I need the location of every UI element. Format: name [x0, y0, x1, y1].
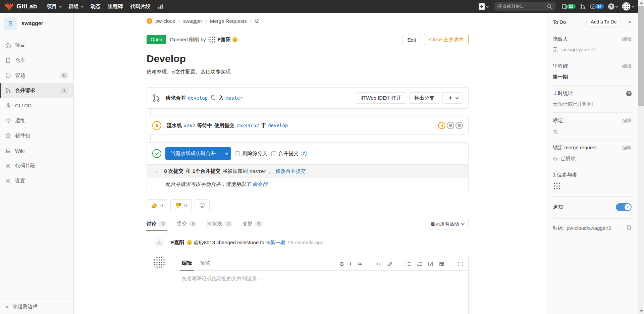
pipeline-branch-link[interactable]: develop — [268, 123, 288, 128]
nav-groups[interactable]: 群组 — [65, 0, 87, 13]
breadcrumb-section[interactable]: Merge Requests — [210, 18, 247, 24]
assignee-value[interactable]: 无 - assign yourself — [553, 47, 632, 53]
participant-avatar[interactable] — [553, 182, 561, 190]
download-dropdown-button[interactable] — [442, 92, 463, 104]
stage-paused-icon[interactable] — [438, 122, 445, 129]
sidebar-item-settings[interactable]: 设置 — [0, 173, 73, 189]
merge-request-icon — [5, 88, 11, 93]
chevron-down-icon — [455, 96, 459, 99]
sidebar-item-wiki[interactable]: Wiki — [0, 143, 73, 158]
stage-created-icon[interactable] — [447, 122, 454, 129]
link-icon[interactable] — [387, 261, 392, 267]
assignee-edit-button[interactable]: 编辑 — [622, 36, 632, 42]
squash-help-icon[interactable]: ? — [301, 151, 307, 156]
charts-icon[interactable] — [154, 0, 167, 13]
lock-edit-button[interactable]: 编辑 — [622, 145, 632, 151]
tab-preview[interactable]: 预览 — [199, 260, 211, 270]
milestone-edit-button[interactable]: 编辑 — [622, 63, 632, 69]
add-todo-button[interactable]: Add a To Do — [586, 17, 621, 27]
copy-reference-icon[interactable] — [626, 224, 632, 231]
comment-textarea[interactable] — [176, 271, 468, 314]
tab-write[interactable]: 编辑 — [181, 260, 193, 270]
sidebar-item-packages[interactable]: 软件包 — [0, 128, 73, 143]
squash-commits-checkbox[interactable] — [271, 151, 276, 156]
code-icon[interactable] — [376, 261, 381, 267]
bullet-list-icon[interactable] — [406, 261, 411, 267]
nav-activity[interactable]: 动态 — [87, 0, 104, 13]
sidebar-item-issues[interactable]: 议题 0 — [0, 68, 73, 83]
sidebar-item-repository[interactable]: 仓库 — [0, 53, 73, 68]
pipeline-number-link[interactable]: #262 — [184, 123, 195, 128]
nav-milestones[interactable]: 里程碑 — [104, 0, 126, 13]
web-ide-button[interactable]: 在Web IDE中打开 — [356, 92, 406, 104]
edit-button[interactable]: Edit — [402, 34, 421, 45]
scrollbar-thumb[interactable] — [638, 6, 644, 106]
user-menu[interactable] — [622, 2, 634, 11]
notifications-toggle[interactable]: ✓ — [616, 203, 632, 211]
merge-options-caret[interactable] — [221, 147, 231, 160]
sidebar-item-merge-requests[interactable]: 合并请求 1 — [0, 83, 73, 98]
todos-button[interactable]: 14 — [590, 4, 604, 9]
tab-discussion[interactable]: 讨论0 — [147, 217, 167, 231]
scroll-down-icon[interactable] — [640, 310, 643, 312]
modify-merge-commit-link[interactable]: 修改合并提交 — [276, 168, 306, 174]
author-avatar[interactable] — [208, 36, 216, 44]
bold-icon[interactable]: B — [340, 261, 344, 267]
gitlab-logo[interactable]: GitLab — [5, 2, 37, 11]
todos-count-badge: 14 — [595, 4, 604, 9]
pipeline-paused-icon[interactable] — [152, 121, 161, 130]
italic-icon[interactable]: I — [350, 261, 352, 267]
sidebar-item-operations[interactable]: 运维 — [0, 113, 73, 128]
project-header[interactable]: S swagger — [0, 13, 73, 34]
page-scrollbar[interactable] — [638, 0, 644, 314]
stage-created-icon[interactable] — [455, 122, 463, 129]
squash-commits-option[interactable]: 合并提交 ? — [271, 150, 307, 157]
lock-section: 锁定 merge request 编辑 已解锁 — [553, 140, 632, 167]
milestone-link[interactable]: %第一期 — [266, 240, 285, 245]
sidebar-item-project[interactable]: 项目 — [0, 38, 73, 53]
close-mr-button[interactable]: Close 合并请求 — [424, 34, 469, 45]
assignee-section: 指派人 编辑 无 - assign yourself — [553, 31, 632, 58]
commit-sha-link[interactable]: c6244c52 — [236, 123, 259, 128]
help-dropdown[interactable]: ? — [608, 3, 618, 10]
issues-dropdown[interactable]: 21 — [562, 4, 576, 9]
milestone-value[interactable]: 第一期 — [553, 74, 632, 80]
thumbs-down-button[interactable]: 0 — [170, 199, 191, 211]
sidebar-item-snippets[interactable]: 代码片段 — [0, 158, 73, 173]
source-branch-link[interactable]: develop — [188, 95, 208, 101]
collapse-sidebar-button[interactable]: « 收起侧边栏 — [0, 299, 73, 314]
nav-projects[interactable]: 项目 — [43, 0, 65, 13]
tab-changes[interactable]: 变更5 — [243, 217, 263, 231]
add-emoji-button[interactable] — [195, 199, 210, 211]
expand-commits-icon[interactable]: › — [156, 169, 157, 174]
activity-filter-dropdown[interactable]: 显示所有活动 — [426, 219, 469, 229]
command-line-link[interactable]: 命令行 — [252, 181, 267, 187]
author-name[interactable]: F嘉阳 — [218, 37, 231, 43]
table-icon[interactable] — [439, 261, 444, 267]
search-input[interactable]: 搜索或转到... — [494, 2, 555, 11]
nav-snippets[interactable]: 代码片段 — [126, 0, 154, 13]
tab-commits[interactable]: 提交8 — [177, 217, 197, 231]
activity-author[interactable]: F嘉阳 — [171, 240, 184, 245]
merge-requests-button[interactable] — [580, 4, 586, 9]
remove-source-branch-checkbox[interactable] — [235, 151, 240, 156]
scroll-up-icon[interactable] — [640, 2, 643, 4]
task-list-icon[interactable] — [428, 261, 433, 267]
breadcrumb-group[interactable]: pw-cloud — [155, 18, 175, 24]
time-tracking-help-icon[interactable]: ? — [626, 91, 632, 96]
breadcrumb-project[interactable]: swagger — [183, 18, 202, 24]
copy-branch-icon[interactable] — [210, 95, 216, 101]
quote-icon[interactable] — [357, 261, 363, 267]
numbered-list-icon[interactable] — [417, 261, 422, 267]
labels-edit-button[interactable]: 编辑 — [622, 118, 632, 124]
thumbs-up-button[interactable]: 0 — [147, 199, 167, 211]
remove-source-branch-option[interactable]: 删除源分支 — [235, 150, 267, 157]
collapse-sidebar-icon[interactable]: » — [629, 19, 632, 25]
new-menu-button[interactable]: + — [479, 3, 488, 10]
target-branch-link[interactable]: master — [226, 95, 243, 101]
merge-when-pipeline-succeeds-button[interactable]: 当流水线成功时合并 — [165, 147, 231, 160]
tab-pipelines[interactable]: 流水线3 — [207, 217, 232, 231]
fullscreen-icon[interactable] — [458, 261, 463, 267]
sidebar-item-ci-cd[interactable]: CI / CD — [0, 98, 73, 113]
checkout-branch-button[interactable]: 检出分支 — [409, 92, 439, 104]
